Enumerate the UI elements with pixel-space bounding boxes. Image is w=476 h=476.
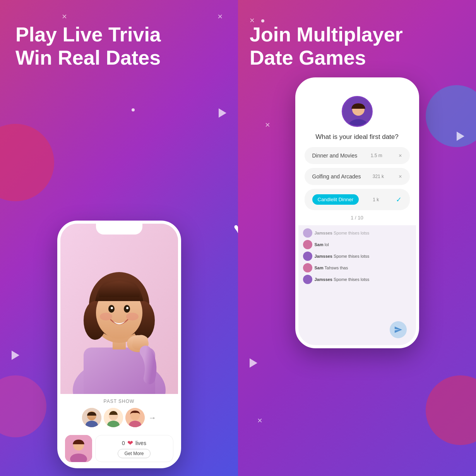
self-avatar [65,435,92,462]
deco-blob-red2 [426,375,476,445]
quiz-option-1[interactable]: Dinner and Movies 1.5 m × [305,147,410,164]
svg-point-11 [111,307,113,309]
deco-x-r2: × [265,120,270,130]
quiz-option-2-x: × [399,173,402,180]
quiz-option-1-x: × [399,152,402,159]
past-show-avatar-1 [82,408,101,427]
right-phone-inner: What is your ideal first date? Dinner an… [298,80,416,345]
chat-message-4: Sam Tahsws thas [303,263,411,272]
quiz-option-1-text: Dinner and Movies [312,152,358,159]
left-phone-inner: PAST SHOW [60,224,178,465]
quiz-option-2-count: 321 k [373,174,384,179]
woman-photo [60,224,178,394]
lives-count: 0 ❤ lives [122,439,146,447]
past-show-avatar-3 [125,408,145,427]
left-phone-mockup: PAST SHOW [57,221,181,468]
quiz-option-3-count: 1 k [373,197,379,202]
get-more-button[interactable]: Get More [118,449,150,458]
svg-point-13 [100,313,112,320]
chat-message-3: Jamsses Spome thises lotss [303,252,411,261]
quiz-option-2-text: Golfing and Arcades [312,173,361,180]
chat-message-1: Jamsses Spome thises lotss [303,228,411,238]
candlelit-badge: Candlelit Dinner [312,194,359,205]
deco-triangle-r2 [250,358,257,368]
quiz-host-avatar [342,96,373,127]
send-icon [394,325,402,334]
left-title: Play Live Trivia Win Real Dates [0,0,238,77]
chat-avatar-2 [303,240,312,249]
lives-box: 0 ❤ lives Get More [95,435,173,462]
deco-blob-pink [0,375,46,437]
past-show-label: PAST SHOW [104,399,135,404]
quiz-question: What is your ideal first date? [306,133,408,147]
chat-avatar-5 [303,275,312,284]
chat-text-5: Jamsses Spome thises lotss [315,277,370,282]
deco-blob-blue [426,85,476,147]
bottom-bar: 0 ❤ lives Get More [60,432,178,465]
quiz-options: Dinner and Movies 1.5 m × Golfing and Ar… [298,147,416,210]
lives-label: lives [135,440,146,446]
right-title-line1: Join Multiplayer [250,23,461,46]
svg-point-14 [126,313,139,320]
deco-dot-1 [132,108,135,111]
quiz-option-1-count: 1.5 m [371,153,382,158]
quiz-progress: 1 / 10 [351,215,363,221]
deco-triangle-r1 [457,132,464,141]
right-title-line2: Date Games [250,46,461,70]
right-title: Join Multiplayer Date Games [238,0,476,77]
send-button[interactable] [390,321,407,338]
chat-message-2: Sam lol [303,240,411,249]
chat-avatar-1 [303,228,312,238]
chat-avatar-3 [303,252,312,261]
deco-x-r3: × [257,416,262,426]
woman-illustration [60,224,178,394]
svg-point-12 [126,307,128,309]
deco-triangle-2 [12,351,19,360]
left-title-line2: Win Real Dates [15,46,223,70]
left-phone-notch [96,224,142,235]
deco-triangle-1 [219,108,226,118]
lives-number: 0 [122,440,125,446]
chat-message-5: Jamsses Spome thises lotss [303,275,411,284]
chat-section: Jamsses Spome thises lotss Sam lol Jamss… [298,225,416,345]
right-phone-notch [334,80,380,91]
past-show-avatars: → [82,408,156,427]
quiz-option-2[interactable]: Golfing and Arcades 321 k × [305,168,410,185]
quiz-option-3[interactable]: Candlelit Dinner 1 k ✓ [305,189,410,210]
past-show-section: PAST SHOW [60,394,178,432]
chat-text-2: Sam lol [315,242,329,247]
check-mark-icon: ✓ [396,195,402,204]
chat-text-1: Jamsses Spome thises lotss [315,231,370,235]
deco-blob-red [0,124,54,201]
chat-text-4: Sam Tahsws thas [315,265,348,270]
heart-icon: ❤ [127,439,133,447]
left-panel: × × ♥ Play Live Trivia Win Real Dates [0,0,238,476]
past-show-avatar-2 [104,408,123,427]
past-show-arrow: → [149,413,156,422]
right-phone-mockup: What is your ideal first date? Dinner an… [295,77,419,348]
chat-text-3: Jamsses Spome thises lotss [315,254,370,259]
right-panel: × × × Join Multiplayer Date Games What i… [238,0,476,476]
chat-avatar-4 [303,263,312,272]
deco-heart: ♥ [234,220,238,236]
left-title-line1: Play Live Trivia [15,23,223,46]
